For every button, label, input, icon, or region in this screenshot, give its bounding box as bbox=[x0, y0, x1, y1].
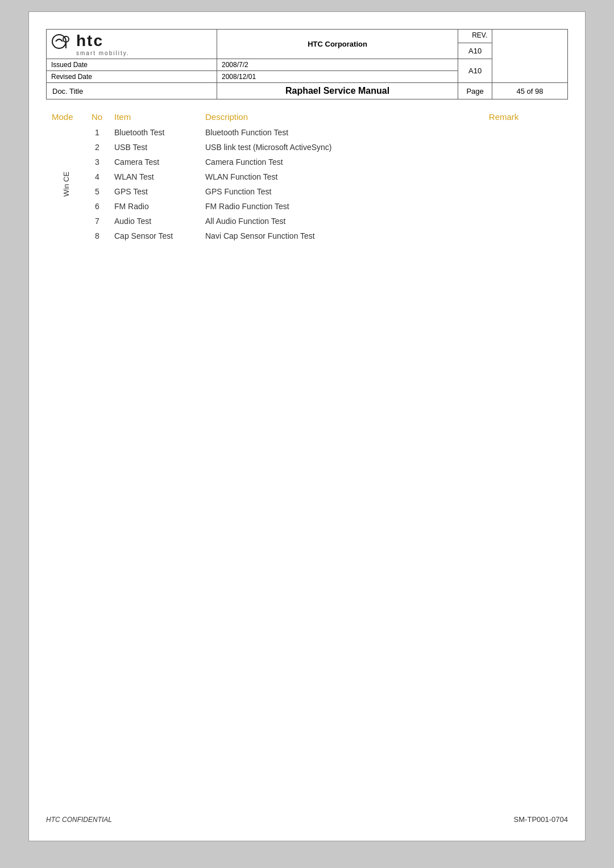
desc-header-label: Description bbox=[205, 112, 248, 122]
company-name-cell: HTC Corporation bbox=[217, 30, 458, 59]
page-label: Page bbox=[466, 87, 483, 95]
remark-cell bbox=[483, 214, 568, 229]
confidential-text: HTC CONFIDENTIAL bbox=[46, 816, 112, 824]
rev-value-cell: A10 bbox=[458, 43, 492, 59]
doc-title-value-cell: Raphael Service Manual bbox=[217, 83, 458, 99]
item-cell: Bluetooth Test bbox=[109, 125, 200, 140]
item-cell: Camera Test bbox=[109, 155, 200, 169]
table-row: 4WLAN TestWLAN Function Test bbox=[46, 169, 568, 184]
no-cell: 7 bbox=[86, 214, 109, 229]
item-cell: Audio Test bbox=[109, 214, 200, 229]
page-container: htc smart mobility. HTC Corporation REV.… bbox=[28, 11, 586, 841]
htc-letters: htc bbox=[76, 32, 103, 50]
revised-value: 2008/12/01 bbox=[222, 73, 256, 81]
item-cell: USB Test bbox=[109, 140, 200, 155]
table-header-row: Mode No Item Description Remark bbox=[46, 109, 568, 125]
item-cell: FM Radio bbox=[109, 199, 200, 214]
remark-cell bbox=[483, 199, 568, 214]
desc-cell: WLAN Function Test bbox=[200, 169, 483, 184]
no-cell: 8 bbox=[86, 229, 109, 243]
doc-title-label-cell: Doc. Title bbox=[47, 83, 217, 99]
desc-cell: FM Radio Function Test bbox=[200, 199, 483, 214]
page-label-cell: Page bbox=[458, 83, 492, 99]
item-cell: Cap Sensor Test bbox=[109, 229, 200, 243]
table-row: 3Camera TestCamera Function Test bbox=[46, 155, 568, 169]
th-no: No bbox=[86, 109, 109, 125]
th-desc: Description bbox=[200, 109, 483, 125]
rev-a10-cell: A10 bbox=[458, 59, 492, 83]
th-item: Item bbox=[109, 109, 200, 125]
htc-tagline: smart mobility. bbox=[76, 50, 130, 56]
no-cell: 3 bbox=[86, 155, 109, 169]
desc-cell: USB link test (Microsoft ActiveSync) bbox=[200, 140, 483, 155]
rev-value: A10 bbox=[468, 47, 482, 55]
footer-code: SM-TP001-0704 bbox=[514, 815, 568, 824]
doc-title-value: Raphael Service Manual bbox=[285, 86, 389, 95]
header-table: htc smart mobility. HTC Corporation REV.… bbox=[46, 29, 568, 99]
table-row: 7Audio TestAll Audio Function Test bbox=[46, 214, 568, 229]
remark-cell bbox=[483, 169, 568, 184]
doc-title-label: Doc. Title bbox=[52, 87, 83, 95]
test-table: Mode No Item Description Remark bbox=[46, 109, 568, 243]
th-mode: Mode bbox=[46, 109, 86, 125]
page-value: 45 of 98 bbox=[517, 87, 544, 95]
th-remark: Remark bbox=[483, 109, 568, 125]
footer-code-text: SM-TP001-0704 bbox=[514, 815, 568, 824]
item-cell: GPS Test bbox=[109, 184, 200, 199]
logo-cell: htc smart mobility. bbox=[47, 30, 217, 59]
mode-cell: Win CE bbox=[46, 125, 86, 243]
desc-cell: Navi Cap Sensor Function Test bbox=[200, 229, 483, 243]
rev-label: REV. bbox=[472, 31, 487, 39]
item-cell: WLAN Test bbox=[109, 169, 200, 184]
issued-value: 2008/7/2 bbox=[222, 61, 248, 69]
desc-cell: GPS Function Test bbox=[200, 184, 483, 199]
table-row: 8Cap Sensor TestNavi Cap Sensor Function… bbox=[46, 229, 568, 243]
company-name: HTC Corporation bbox=[308, 40, 367, 48]
rev-label-cell: REV. bbox=[458, 30, 492, 43]
issued-label-cell: Issued Date bbox=[47, 59, 217, 71]
mode-header-label: Mode bbox=[52, 112, 73, 122]
no-cell: 1 bbox=[86, 125, 109, 140]
no-header-label: No bbox=[92, 112, 102, 122]
revised-value-cell: 2008/12/01 bbox=[217, 71, 458, 83]
revised-label-cell: Revised Date bbox=[47, 71, 217, 83]
footer-confidential: HTC CONFIDENTIAL bbox=[46, 816, 112, 824]
remark-header-label: Remark bbox=[489, 112, 519, 122]
content-area: Mode No Item Description Remark bbox=[46, 109, 568, 243]
table-row: 6FM RadioFM Radio Function Test bbox=[46, 199, 568, 214]
no-cell: 2 bbox=[86, 140, 109, 155]
issued-value-cell: 2008/7/2 bbox=[217, 59, 458, 71]
remark-cell bbox=[483, 140, 568, 155]
no-cell: 6 bbox=[86, 199, 109, 214]
remark-cell bbox=[483, 184, 568, 199]
desc-cell: All Audio Function Test bbox=[200, 214, 483, 229]
no-cell: 5 bbox=[86, 184, 109, 199]
revised-label: Revised Date bbox=[51, 73, 92, 81]
table-row: 2USB TestUSB link test (Microsoft Active… bbox=[46, 140, 568, 155]
remark-cell bbox=[483, 155, 568, 169]
no-cell: 4 bbox=[86, 169, 109, 184]
remark-cell bbox=[483, 125, 568, 140]
desc-cell: Bluetooth Function Test bbox=[200, 125, 483, 140]
remark-cell bbox=[483, 229, 568, 243]
rev-a10: A10 bbox=[468, 67, 482, 75]
desc-cell: Camera Function Test bbox=[200, 155, 483, 169]
item-header-label: Item bbox=[114, 112, 131, 122]
htc-logo-icon bbox=[51, 34, 73, 55]
issued-label: Issued Date bbox=[51, 61, 88, 69]
page-value-cell: 45 of 98 bbox=[492, 83, 568, 99]
table-row: 5GPS TestGPS Function Test bbox=[46, 184, 568, 199]
table-row: Win CE1Bluetooth TestBluetooth Function … bbox=[46, 125, 568, 140]
